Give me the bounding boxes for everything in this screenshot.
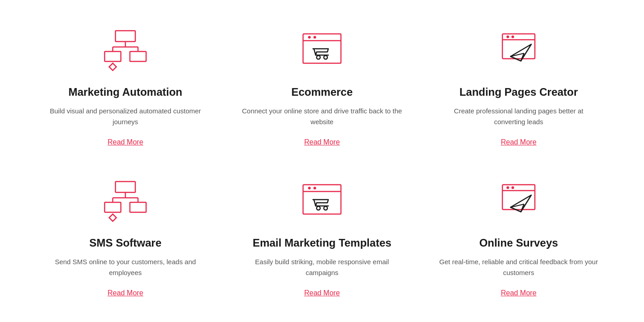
card-landing-pages: Landing Pages Creator Create professiona… xyxy=(420,9,617,160)
landing-pages-icon xyxy=(492,23,546,77)
card-marketing-automation: Marketing Automation Build visual and pe… xyxy=(27,9,224,160)
svg-point-31 xyxy=(308,187,311,190)
card-online-surveys: Online Surveys Get real-time, reliable a… xyxy=(420,160,617,311)
svg-point-12 xyxy=(317,56,320,59)
card-title: SMS Software xyxy=(89,237,161,249)
card-desc: Get real-time, reliable and critical fee… xyxy=(438,257,599,278)
svg-point-10 xyxy=(308,36,311,39)
card-desc: Send SMS online to your customers, leads… xyxy=(45,257,206,278)
card-ecommerce: Ecommerce Connect your online store and … xyxy=(224,9,420,160)
card-title: Online Surveys xyxy=(479,237,558,249)
svg-point-37 xyxy=(506,187,509,189)
read-more-link-landing-pages[interactable]: Read More xyxy=(501,138,536,146)
features-grid: Marketing Automation Build visual and pe… xyxy=(0,0,644,320)
read-more-link-online-surveys[interactable]: Read More xyxy=(501,289,536,297)
svg-rect-27 xyxy=(130,202,146,212)
read-more-link-ecommerce[interactable]: Read More xyxy=(304,138,340,146)
sms-software-icon xyxy=(98,173,152,228)
svg-point-17 xyxy=(511,36,514,38)
card-desc: Easily build striking, mobile responsive… xyxy=(242,257,402,278)
svg-rect-26 xyxy=(105,202,121,212)
svg-marker-7 xyxy=(109,63,116,70)
svg-rect-0 xyxy=(115,31,135,42)
svg-point-13 xyxy=(324,56,327,59)
read-more-link-sms-software[interactable]: Read More xyxy=(107,289,143,297)
card-email-marketing: Email Marketing Templates Easily build s… xyxy=(224,160,420,311)
automation-icon xyxy=(98,23,152,77)
read-more-link-marketing-automation[interactable]: Read More xyxy=(107,138,143,146)
svg-point-33 xyxy=(317,206,320,210)
svg-rect-21 xyxy=(115,182,135,192)
svg-point-11 xyxy=(313,36,316,39)
card-title: Email Marketing Templates xyxy=(253,237,391,249)
ecommerce-icon xyxy=(295,23,349,77)
card-desc: Create professional landing pages better… xyxy=(438,106,599,127)
card-desc: Build visual and personalized automated … xyxy=(45,106,206,127)
svg-point-32 xyxy=(313,187,316,190)
online-surveys-icon xyxy=(492,173,546,228)
svg-point-16 xyxy=(506,36,509,38)
card-title: Marketing Automation xyxy=(69,86,182,98)
svg-rect-5 xyxy=(105,51,121,61)
read-more-link-email-marketing[interactable]: Read More xyxy=(304,289,340,297)
svg-rect-6 xyxy=(130,51,146,61)
svg-point-38 xyxy=(511,187,514,189)
card-sms-software: SMS Software Send SMS online to your cus… xyxy=(27,160,224,311)
svg-point-34 xyxy=(324,206,327,210)
card-desc: Connect your online store and drive traf… xyxy=(242,106,402,127)
svg-marker-28 xyxy=(109,214,116,221)
email-marketing-icon xyxy=(295,173,349,228)
card-title: Ecommerce xyxy=(291,86,353,98)
card-title: Landing Pages Creator xyxy=(460,86,578,98)
